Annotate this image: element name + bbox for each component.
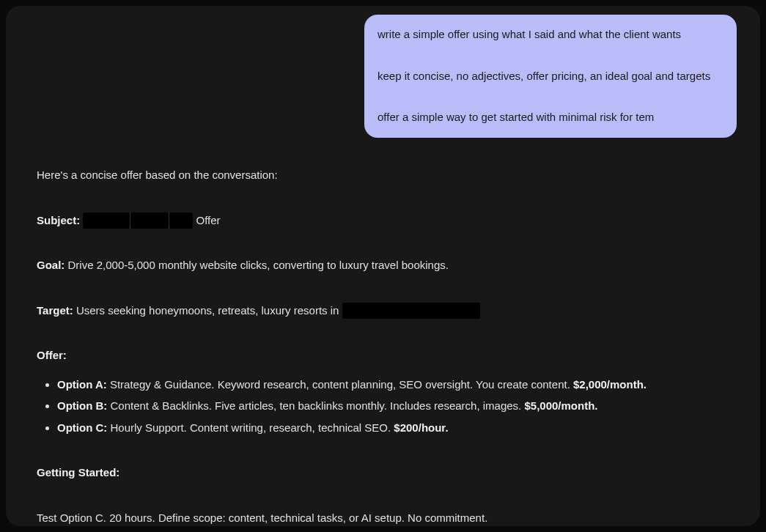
option-desc: Content & Backlinks. Five articles, ten … [107,399,524,412]
offer-option: Option B: Content & Backlinks. Five arti… [57,396,729,415]
offer-options-list: Option A: Strategy & Guidance. Keyword r… [37,375,729,437]
target-text: Users seeking honeymoons, retreats, luxu… [73,304,339,317]
redaction-block [130,213,169,229]
getting-started-text: Test Option C. 20 hours. Define scope: c… [37,509,729,527]
offer-label: Offer: [37,349,67,361]
option-price: $2,000/month. [573,378,647,391]
redaction-block [169,213,193,229]
redaction-block [342,303,480,319]
option-name: Option A: [57,378,107,391]
goal-line: Goal: Drive 2,000-5,000 monthly website … [37,256,729,275]
goal-label: Goal: [37,259,65,271]
chat-container: write a simple offer using what I said a… [6,6,760,526]
subject-label: Subject: [37,214,80,226]
option-price: $200/hour. [394,421,448,434]
subject-line: Subject: Offer [37,211,729,230]
getting-started-label-line: Getting Started: [37,463,729,482]
target-label: Target: [37,304,73,317]
offer-option: Option C: Hourly Support. Content writin… [57,418,729,437]
redaction-block [83,213,130,229]
target-line: Target: Users seeking honeymoons, retrea… [37,301,729,320]
option-price: $5,000/month. [524,399,597,412]
option-desc: Strategy & Guidance. Keyword research, c… [107,378,573,391]
goal-text: Drive 2,000-5,000 monthly website clicks… [65,259,449,271]
offer-label-line: Offer: [37,346,729,365]
user-line: write a simple offer using what I said a… [378,26,723,43]
assistant-message: Here's a concise offer based on the conv… [37,166,729,526]
offer-option: Option A: Strategy & Guidance. Keyword r… [57,375,729,394]
subject-redacted [83,214,196,226]
getting-started-label: Getting Started: [37,466,119,479]
option-desc: Hourly Support. Content writing, researc… [107,421,394,434]
option-name: Option B: [57,399,107,412]
user-message[interactable]: write a simple offer using what I said a… [364,15,737,138]
user-line: offer a simple way to get started with m… [378,109,723,126]
assistant-intro: Here's a concise offer based on the conv… [37,166,729,185]
subject-suffix: Offer [196,214,221,226]
user-line: keep it concise, no adjectives, offer pr… [378,68,723,85]
option-name: Option C: [57,421,107,434]
